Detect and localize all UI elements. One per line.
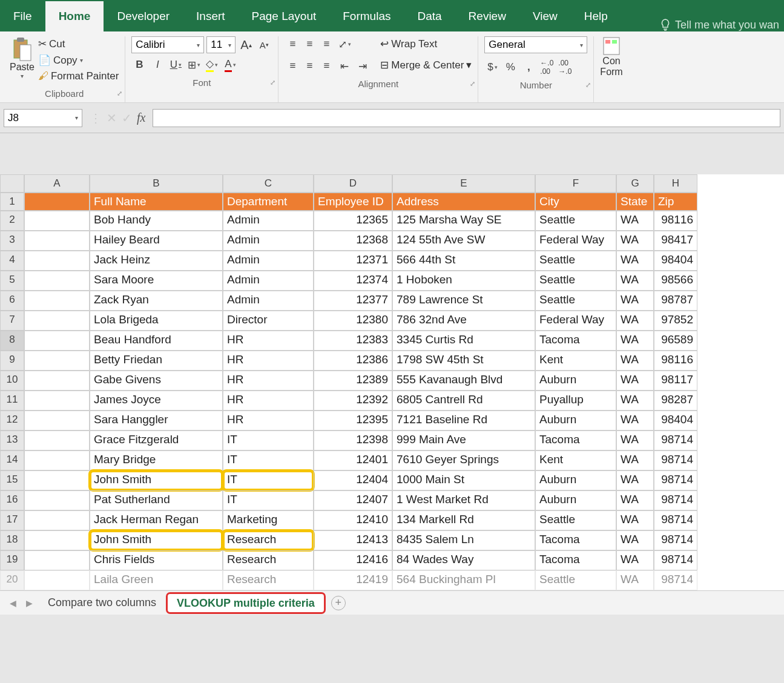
cell[interactable]: 6805 Cantrell Rd xyxy=(392,391,535,411)
fx-icon[interactable]: fx xyxy=(137,111,145,125)
row-header[interactable]: 16 xyxy=(0,490,24,510)
alignment-launcher-icon[interactable]: ⤢ xyxy=(470,80,475,88)
cell[interactable]: 12383 xyxy=(314,331,392,351)
cell[interactable]: Tacoma xyxy=(535,550,616,570)
cell[interactable]: 564 Buckingham Pl xyxy=(392,570,535,590)
cell[interactable] xyxy=(24,470,90,490)
cell[interactable]: 98714 xyxy=(654,470,697,490)
cell[interactable]: Seattle xyxy=(535,510,616,530)
cell[interactable]: Sara Hanggler xyxy=(90,411,223,431)
row-header[interactable]: 6 xyxy=(0,291,24,311)
cell[interactable]: John Smith xyxy=(90,470,223,490)
cell[interactable]: 12407 xyxy=(314,490,392,510)
cell[interactable]: 98714 xyxy=(654,431,697,450)
cell[interactable]: Hailey Beard xyxy=(90,231,223,251)
cell[interactable]: 98116 xyxy=(654,351,697,371)
cell[interactable]: Tacoma xyxy=(535,331,616,351)
cell[interactable]: 12392 xyxy=(314,391,392,411)
row-header[interactable]: 17 xyxy=(0,510,24,530)
row-header[interactable]: 8 xyxy=(0,331,24,351)
tab-file[interactable]: File xyxy=(0,1,45,31)
cell[interactable]: WA xyxy=(616,251,654,271)
tab-review[interactable]: Review xyxy=(455,1,519,31)
cell[interactable]: Department xyxy=(223,193,314,211)
col-header[interactable]: A xyxy=(24,174,90,193)
paste-button[interactable]: Paste ▾ xyxy=(10,36,35,79)
cell[interactable]: Seattle xyxy=(535,291,616,311)
cell[interactable]: Admin xyxy=(223,211,314,231)
cell[interactable]: 789 Lawrence St xyxy=(392,291,535,311)
cell[interactable]: WA xyxy=(616,490,654,510)
cell[interactable]: State xyxy=(616,193,654,211)
cell[interactable]: 12371 xyxy=(314,251,392,271)
align-left-icon[interactable]: ≡ xyxy=(285,58,300,74)
cell[interactable]: WA xyxy=(616,431,654,450)
cell[interactable]: Grace Fitzgerald xyxy=(90,431,223,450)
row-header[interactable]: 5 xyxy=(0,271,24,291)
cell[interactable]: Gabe Givens xyxy=(90,371,223,391)
cell[interactable]: IT xyxy=(223,470,314,490)
cell[interactable] xyxy=(24,351,90,371)
cell[interactable]: WA xyxy=(616,411,654,431)
row-header[interactable]: 1 xyxy=(0,193,24,211)
wrap-text-button[interactable]: ↩Wrap Text xyxy=(380,36,472,51)
cell[interactable]: Seattle xyxy=(535,570,616,590)
spreadsheet-grid[interactable]: A B C D E F G H 1 Full Name Department E… xyxy=(0,174,784,590)
select-all-corner[interactable] xyxy=(0,174,24,193)
tab-data[interactable]: Data xyxy=(404,1,455,31)
cell[interactable]: 84 Wades Way xyxy=(392,550,535,570)
cell[interactable]: 12386 xyxy=(314,351,392,371)
cell[interactable]: Chris Fields xyxy=(90,550,223,570)
cell[interactable]: Kent xyxy=(535,450,616,470)
cell[interactable]: HR xyxy=(223,331,314,351)
increase-indent-icon[interactable]: ⇥ xyxy=(355,58,371,74)
cell[interactable]: 125 Marsha Way SE xyxy=(392,211,535,231)
cell[interactable]: Mary Bridge xyxy=(90,450,223,470)
cell[interactable]: 12374 xyxy=(314,271,392,291)
cell[interactable]: WA xyxy=(616,331,654,351)
underline-button[interactable]: U▾ xyxy=(168,57,183,73)
options-icon[interactable]: ⋮ xyxy=(90,111,102,125)
tab-pagelayout[interactable]: Page Layout xyxy=(239,1,330,31)
cell[interactable]: 1798 SW 45th St xyxy=(392,351,535,371)
cell[interactable]: Auburn xyxy=(535,371,616,391)
cell[interactable]: 1 West Market Rd xyxy=(392,490,535,510)
cell[interactable]: WA xyxy=(616,391,654,411)
enter-icon[interactable]: ✓ xyxy=(122,111,132,125)
cell[interactable]: James Joyce xyxy=(90,391,223,411)
cell[interactable] xyxy=(24,450,90,470)
cell[interactable] xyxy=(24,251,90,271)
cancel-icon[interactable]: ✕ xyxy=(107,111,117,125)
cell[interactable]: 1 Hoboken xyxy=(392,271,535,291)
cell[interactable]: 12395 xyxy=(314,411,392,431)
cell[interactable]: Laila Green xyxy=(90,570,223,590)
cell[interactable]: 7610 Geyer Springs xyxy=(392,450,535,470)
increase-font-icon[interactable]: A▴ xyxy=(238,37,254,53)
cell[interactable]: 98417 xyxy=(654,231,697,251)
cell[interactable]: 124 55th Ave SW xyxy=(392,231,535,251)
fill-color-button[interactable]: ◇▾ xyxy=(204,57,220,73)
cell[interactable]: Seattle xyxy=(535,211,616,231)
cell[interactable]: HR xyxy=(223,351,314,371)
cell[interactable]: Address xyxy=(392,193,535,211)
cell[interactable]: 555 Kavanaugh Blvd xyxy=(392,371,535,391)
row-header[interactable]: 3 xyxy=(0,231,24,251)
cell[interactable]: 12389 xyxy=(314,371,392,391)
col-header[interactable]: B xyxy=(90,174,223,193)
col-header[interactable]: E xyxy=(392,174,535,193)
name-box[interactable]: J8▾ xyxy=(4,109,82,127)
cell[interactable]: WA xyxy=(616,291,654,311)
cell[interactable]: Kent xyxy=(535,351,616,371)
cell[interactable]: 98117 xyxy=(654,371,697,391)
cell[interactable]: 8435 Salem Ln xyxy=(392,530,535,550)
cell[interactable]: Admin xyxy=(223,251,314,271)
cell[interactable]: WA xyxy=(616,510,654,530)
decrease-font-icon[interactable]: A▾ xyxy=(256,37,272,53)
row-header[interactable]: 20 xyxy=(0,570,24,590)
row-header[interactable]: 10 xyxy=(0,371,24,391)
tab-help[interactable]: Help xyxy=(571,1,621,31)
cell[interactable]: 7121 Baseline Rd xyxy=(392,411,535,431)
tab-home[interactable]: Home xyxy=(45,1,104,31)
format-painter-button[interactable]: 🖌Format Painter xyxy=(38,69,119,84)
cell[interactable]: WA xyxy=(616,311,654,331)
